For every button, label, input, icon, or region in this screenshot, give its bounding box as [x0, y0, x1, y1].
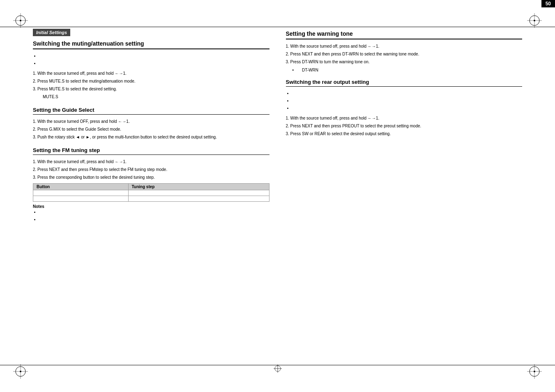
section1-indent: MUTE.S — [43, 93, 269, 100]
section1-step1: 1. With the source turned off, press and… — [33, 70, 269, 77]
notes-bullet-1 — [39, 209, 269, 216]
right-section2-bullet-2 — [292, 97, 523, 105]
tuning-table: Button Tuning step — [33, 183, 269, 202]
table-cell — [128, 196, 269, 202]
svg-point-11 — [20, 371, 21, 372]
dt-wrn-item: • DT-WRN — [292, 68, 523, 72]
page-number: 50 — [541, 0, 555, 7]
notes-label: Notes — [33, 204, 269, 209]
section2-step3: 3. Push the rotary stick ◄ or ►, or pres… — [33, 134, 269, 141]
section1-bullet-2 — [39, 60, 269, 67]
right-section2-bullet-3 — [292, 105, 523, 112]
section1-step2: 2. Press MUTE.S to select the muting/att… — [33, 78, 269, 85]
right-section1-step2: 2. Press NEXT and then press DT-WRN to s… — [286, 51, 523, 58]
top-border-line — [0, 27, 555, 27]
center-cross-mark — [274, 364, 282, 374]
right-section2-instructions: 1. With the source turned off, press and… — [286, 115, 523, 137]
page: 50 ENGLISH Initial Settings Switching th… — [0, 0, 555, 392]
table-cell — [33, 190, 129, 196]
section2-instructions: 1. With the source turned OFF, press and… — [33, 118, 269, 141]
section2-title: Setting the Guide Select — [33, 107, 269, 115]
right-section1-step3: 3. Press DT-WRN to turn the warning tone… — [286, 58, 523, 65]
section3-instructions: 1. With the source turned off, press and… — [33, 158, 269, 181]
section3-title: Setting the FM tuning step — [33, 147, 269, 155]
dt-wrn-bullet: • — [292, 68, 294, 72]
right-section2-step3: 3. Press SW or REAR to select the desire… — [286, 130, 523, 137]
table-row — [33, 190, 269, 196]
main-content: Initial Settings Switching the muting/at… — [33, 29, 522, 363]
corner-decoration-tl — [12, 12, 29, 29]
corner-decoration-br — [526, 363, 543, 380]
notes-bullet-2 — [39, 216, 269, 224]
section2-step1: 1. With the source turned OFF, press and… — [33, 118, 269, 125]
dt-wrn-label: DT-WRN — [302, 68, 318, 72]
right-section1-title: Setting the warning tone — [286, 30, 523, 39]
right-section2-step2: 2. Press NEXT and then press PREOUT to s… — [286, 122, 523, 129]
right-section1-instructions: 1. With the source turned off, press and… — [286, 43, 523, 65]
right-column: Setting the warning tone 1. With the sou… — [286, 29, 523, 363]
section1-title: Switching the muting/attenuation setting — [33, 40, 269, 49]
svg-point-7 — [534, 20, 535, 21]
section1-instructions: 1. With the source turned off, press and… — [33, 70, 269, 100]
svg-point-15 — [534, 371, 535, 372]
initial-settings-header: Initial Settings — [33, 29, 70, 36]
right-section2-bullets — [292, 90, 523, 112]
table-cell — [128, 190, 269, 196]
table-header-tuning: Tuning step — [128, 184, 269, 190]
right-section2-bullet-1 — [292, 90, 523, 97]
section3-step2: 2. Press NEXT and then press FMstep to s… — [33, 166, 269, 173]
left-column: Initial Settings Switching the muting/at… — [33, 29, 269, 363]
section3-step1: 1. With the source turned off, press and… — [33, 158, 269, 165]
section2-step2: 2. Press G.MIX to select the Guide Selec… — [33, 126, 269, 133]
notes-bullets — [39, 209, 269, 224]
right-section1-step1: 1. With the source turned off, press and… — [286, 43, 523, 50]
section1-step3: 3. Press MUTE.S to select the desired se… — [33, 85, 269, 92]
table-cell — [33, 196, 129, 202]
section1-bullet-1 — [39, 53, 269, 60]
section1-bullets — [39, 53, 269, 67]
corner-decoration-bl — [12, 363, 29, 380]
svg-point-3 — [20, 20, 21, 21]
table-row — [33, 196, 269, 202]
table-header-button: Button — [33, 184, 129, 190]
right-section2-title: Switching the rear output setting — [286, 79, 523, 87]
section3-step3: 3. Press the corresponding button to sel… — [33, 174, 269, 181]
corner-decoration-tr — [526, 12, 543, 29]
right-section2-step1: 1. With the source turned off, press and… — [286, 115, 523, 122]
